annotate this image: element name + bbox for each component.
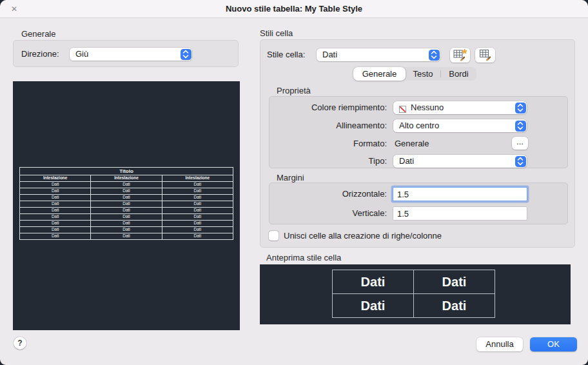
cell-style-preview-table: DatiDatiDatiDati (332, 270, 495, 318)
alignment-dropdown[interactable]: Alto centro (393, 119, 527, 132)
horizontal-margin-label: Orizzontale: (270, 188, 387, 201)
horizontal-margin-input[interactable] (393, 188, 527, 201)
cell-style-dropdown[interactable]: Dati (317, 48, 440, 61)
direction-dropdown[interactable]: Giù (70, 48, 192, 61)
cell-style-value: Dati (322, 48, 337, 61)
type-label: Tipo: (270, 155, 387, 168)
none-color-swatch-icon (399, 104, 406, 111)
manage-table-style-icon (478, 48, 493, 61)
preview-cell: Titolo (20, 168, 233, 175)
type-dropdown[interactable]: Dati (393, 155, 527, 168)
preview-cell: Dati (20, 188, 91, 195)
preview-cell: Intestazione (162, 175, 233, 182)
properties-group-box: Colore riempimento: Nessuno Allineamento… (269, 96, 568, 168)
preview-cell: Dati (414, 294, 495, 318)
cell-preview-label: Anteprima stile cella (266, 253, 341, 262)
preview-cell: Intestazione (20, 175, 91, 182)
alignment-label: Allineamento: (270, 119, 387, 132)
preview-cell: Dati (91, 195, 162, 201)
dropdown-stepper-icon (515, 156, 526, 167)
preview-cell: Dati (91, 214, 162, 221)
general-group-label: Generale (21, 29, 55, 39)
table-style-preview: TitoloIntestazioneIntestazioneIntestazio… (13, 81, 240, 330)
preview-cell: Dati (91, 188, 162, 195)
dropdown-stepper-icon (181, 49, 191, 60)
preview-cell: Dati (91, 201, 162, 208)
preview-cell: Dati (91, 182, 162, 188)
tab-bordi[interactable]: Bordi (441, 67, 476, 81)
general-group-box: Direzione: Giù (13, 40, 239, 67)
preview-cell: Dati (162, 214, 233, 221)
preview-cell: Dati (20, 182, 91, 188)
preview-cell: Dati (91, 208, 162, 214)
preview-cell: Dati (333, 294, 414, 318)
tab-testo[interactable]: Testo (406, 67, 440, 81)
preview-cell: Dati (162, 201, 233, 208)
table-style-preview-table: TitoloIntestazioneIntestazioneIntestazio… (19, 167, 233, 240)
direction-value: Giù (75, 48, 88, 61)
preview-cell: Dati (91, 233, 162, 240)
manage-cell-styles-button[interactable] (475, 48, 495, 63)
dropdown-stepper-icon (429, 50, 440, 61)
ok-button[interactable]: OK (530, 337, 577, 351)
merge-cells-checkbox[interactable] (269, 231, 279, 241)
merge-cells-label: Unisci celle alla creazione di righe/col… (284, 230, 442, 242)
format-label: Formato: (270, 137, 387, 150)
preview-cell: Dati (162, 188, 233, 195)
help-button[interactable]: ? (14, 337, 26, 350)
direction-label: Direzione: (21, 48, 59, 61)
fill-color-dropdown[interactable]: Nessuno (393, 101, 527, 114)
new-table-style-icon (453, 48, 468, 61)
vertical-margin-input[interactable] (393, 207, 527, 220)
preview-cell: Dati (20, 201, 91, 208)
format-value: Generale (395, 137, 429, 150)
preview-cell: Dati (20, 208, 91, 214)
preview-cell: Dati (414, 270, 495, 294)
preview-cell: Dati (91, 221, 162, 227)
preview-cell: Dati (162, 233, 233, 240)
title-bar: ✕ Nuovo stile tabella: My Table Style (0, 0, 588, 18)
preview-cell: Dati (20, 195, 91, 201)
cancel-button[interactable]: Annulla (476, 337, 523, 351)
cell-style-preview: DatiDatiDatiDati (260, 264, 571, 324)
type-value: Dati (399, 155, 414, 168)
margins-group-label: Margini (277, 173, 304, 182)
fill-color-label: Colore riempimento: (270, 101, 387, 114)
format-options-button[interactable]: ... (512, 137, 528, 150)
alignment-value: Alto centro (399, 119, 439, 132)
new-table-style-dialog: ✕ Nuovo stile tabella: My Table Style Ge… (0, 0, 588, 365)
cell-styles-group-label: Stili cella (260, 28, 293, 38)
preview-cell: Dati (333, 270, 414, 294)
margins-group-box: Orizzontale: Verticale: (269, 182, 568, 224)
properties-group-label: Proprietà (277, 86, 311, 95)
cell-style-label: Stile cella: (267, 48, 305, 61)
preview-cell: Intestazione (91, 175, 162, 182)
preview-cell: Dati (91, 227, 162, 233)
dropdown-stepper-icon (515, 121, 526, 132)
preview-cell: Dati (20, 227, 91, 233)
preview-cell: Dati (20, 221, 91, 227)
preview-cell: Dati (162, 221, 233, 227)
tab-generale[interactable]: Generale (353, 67, 406, 81)
cell-style-tabs: Generale Testo Bordi (353, 67, 476, 81)
preview-cell: Dati (162, 227, 233, 233)
preview-cell: Dati (162, 182, 233, 188)
vertical-margin-label: Verticale: (270, 207, 387, 220)
preview-cell: Dati (162, 195, 233, 201)
preview-cell: Dati (20, 214, 91, 221)
new-cell-style-button[interactable] (450, 48, 470, 63)
cell-styles-group-box: Stile cella: Dati (260, 39, 575, 248)
dropdown-stepper-icon (515, 103, 526, 113)
preview-cell: Dati (20, 233, 91, 240)
dialog-title: Nuovo stile tabella: My Table Style (0, 0, 588, 18)
fill-color-value: Nessuno (411, 101, 444, 114)
preview-cell: Dati (162, 208, 233, 214)
